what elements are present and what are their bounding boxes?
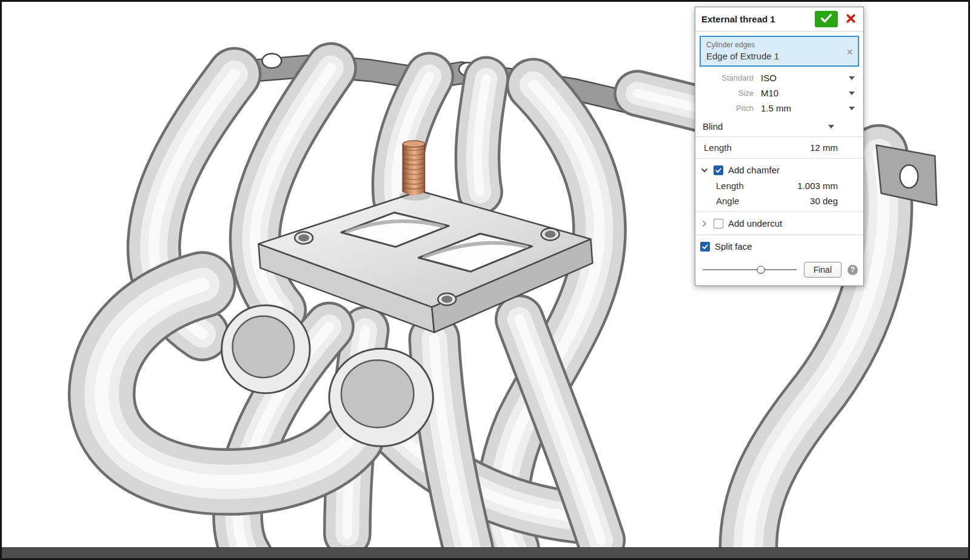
dialog-footer: Final ? [695,255,863,285]
bolt-hole [541,228,560,241]
bolt-hole [295,232,313,244]
external-thread-dialog: External thread 1 Cylinder edges Edge of… [695,7,864,286]
app-window: External thread 1 Cylinder edges Edge of… [0,0,970,560]
confirm-button[interactable] [815,11,838,27]
chamfer-angle-input[interactable]: 30 deg [810,196,838,206]
dialog-header: External thread 1 [695,7,863,32]
close-icon [846,13,856,25]
chamfer-length-row: Length 1.003 mm [695,178,863,193]
divider [695,136,863,137]
final-button[interactable]: Final [804,262,841,278]
pitch-row: Pitch 1.5 mm [695,101,863,116]
add-undercut-checkbox[interactable] [714,219,723,228]
manifold-tube[interactable] [478,79,486,192]
pipe-opening[interactable] [329,348,433,446]
chevron-down-icon[interactable] [700,167,709,174]
add-undercut-label: Add undercut [728,218,782,228]
chevron-down-icon [849,76,855,80]
pitch-label: Pitch [701,104,761,113]
selection-field-label: Cylinder edges [706,41,842,49]
dialog-title: External thread 1 [701,14,810,24]
chamfer-angle-label: Angle [716,196,810,206]
end-type-value: Blind [703,121,723,132]
chevron-down-icon [849,92,855,95]
bottom-bar [2,547,968,558]
pitch-value: 1.5 mm [761,103,791,113]
split-face-label: Split face [715,241,752,252]
split-face-checkbox[interactable] [700,242,710,252]
pitch-dropdown[interactable]: 1.5 mm [761,103,856,113]
standard-dropdown[interactable]: ISO [761,73,856,83]
standard-row: Standard ISO [695,70,863,85]
chamfer-length-input[interactable]: 1.003 mm [797,181,838,191]
chevron-right-icon[interactable] [700,220,709,227]
selection-field-value: Edge of Extrude 1 [706,51,842,61]
cylinder-edges-field[interactable]: Cylinder edges Edge of Extrude 1 × [700,36,859,67]
length-label: Length [704,142,810,153]
chevron-down-icon [828,125,834,128]
bolt-hole [438,293,456,305]
check-icon [820,13,833,25]
standard-label: Standard [701,73,761,82]
cancel-button[interactable] [843,11,858,27]
size-row: Size M10 [695,85,863,101]
add-chamfer-checkbox[interactable] [714,165,723,175]
clear-selection-icon[interactable]: × [846,47,853,58]
standard-value: ISO [761,73,777,83]
divider [695,158,863,159]
threaded-stud[interactable] [400,141,431,201]
chamfer-length-label: Length [716,181,797,191]
length-input[interactable]: 12 mm [810,142,838,153]
chevron-down-icon [849,107,855,110]
size-dropdown[interactable]: M10 [761,88,856,98]
size-value: M10 [761,88,778,98]
help-icon[interactable]: ? [848,265,858,275]
pipe-opening[interactable] [222,305,310,393]
add-undercut-row: Add undercut [695,215,863,232]
chamfer-angle-row: Angle 30 deg [695,193,863,208]
slider-track [703,269,797,270]
manifold-tube[interactable] [434,339,468,548]
size-label: Size [701,88,761,98]
split-face-row: Split face [695,238,863,255]
end-type-dropdown[interactable]: Blind [703,119,835,133]
add-chamfer-row: Add chamfer [695,162,863,178]
divider [695,212,863,212]
length-row: Length 12 mm [695,140,863,155]
slider-knob[interactable] [757,266,765,274]
divider [695,235,863,235]
add-chamfer-label: Add chamfer [728,165,780,175]
rollback-slider[interactable] [701,264,798,276]
